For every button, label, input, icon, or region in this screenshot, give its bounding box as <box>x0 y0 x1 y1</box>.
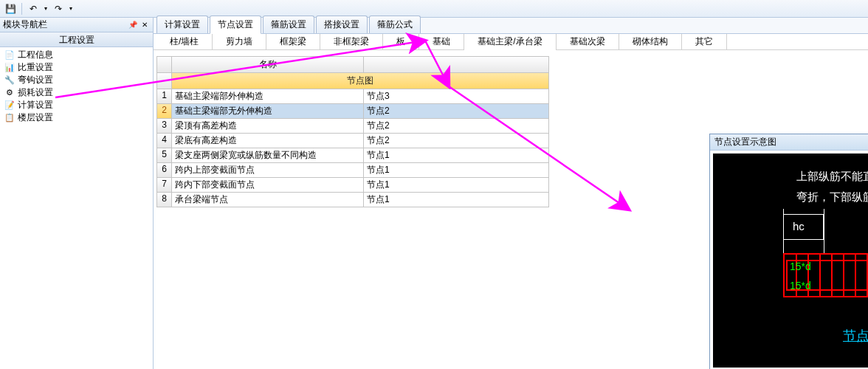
main-tabs: 计算设置节点设置箍筋设置搭接设置箍筋公式 <box>154 18 868 34</box>
sub-tab-4[interactable]: 板 <box>383 34 419 50</box>
table-row[interactable]: 8承台梁端节点节点1 <box>156 193 549 207</box>
row-name: 基础主梁端部无外伸构造 <box>172 104 364 118</box>
tree-item-0[interactable]: 📄工程信息 <box>0 49 153 61</box>
row-node: 节点2 <box>364 104 548 118</box>
table-row[interactable]: 1基础主梁端部外伸构造节点3 <box>156 89 549 104</box>
grid: 名称 节点图 1基础主梁端部外伸构造节点32基础主梁端部无外伸构造节点23梁顶有… <box>156 56 549 207</box>
diagram-hc: hc <box>793 220 805 232</box>
redo-icon[interactable]: ↷ <box>51 1 66 16</box>
left-panel: 模块导航栏 📌 ✕ 工程设置 📄工程信息📊比重设置🔧弯钩设置⚙损耗设置📝计算设置… <box>0 18 154 369</box>
tab-0[interactable]: 计算设置 <box>156 15 208 33</box>
sub-tab-5[interactable]: 基础 <box>419 34 464 50</box>
tree-item-label: 计算设置 <box>18 99 53 111</box>
top-toolbar: 💾 ↶ ▾ ↷ ▾ <box>0 0 868 18</box>
undo-icon[interactable]: ↶ <box>26 1 41 16</box>
close-icon[interactable]: ✕ <box>140 20 150 30</box>
sub-tab-0[interactable]: 柱/墙柱 <box>156 34 213 50</box>
diagram-value-1: 15*d <box>790 261 811 272</box>
tree-item-label: 损耗设置 <box>18 86 53 99</box>
row-number: 4 <box>157 134 172 148</box>
row-number: 8 <box>157 193 172 207</box>
diagram-text-2: 弯折，下部纵筋至端部弯折 <box>713 190 868 204</box>
sub-tab-6[interactable]: 基础主梁/承台梁 <box>464 34 556 50</box>
tree-item-label: 楼层设置 <box>18 111 53 124</box>
table-row[interactable]: 6跨内上部变截面节点节点1 <box>156 163 549 178</box>
sub-tab-8[interactable]: 砌体结构 <box>619 34 682 50</box>
right-panel: 计算设置节点设置箍筋设置搭接设置箍筋公式 柱/墙柱剪力墙框架梁非框架梁板基础基础… <box>154 18 868 369</box>
sub-tab-9[interactable]: 其它 <box>682 34 727 50</box>
tab-2[interactable]: 箍筋设置 <box>263 15 314 33</box>
row-node: 节点1 <box>364 163 548 177</box>
tree-item-1[interactable]: 📊比重设置 <box>0 61 153 74</box>
row-name: 梁顶有高差构造 <box>172 119 364 133</box>
table-row[interactable]: 7跨内下部变截面节点节点1 <box>156 178 549 193</box>
row-node: 节点2 <box>364 119 548 133</box>
diagram-caption[interactable]: 节点二 <box>713 327 868 345</box>
tree-item-icon: 📄 <box>4 50 15 61</box>
redo-dropdown-icon[interactable]: ▾ <box>67 1 75 16</box>
row-number: 3 <box>157 119 172 133</box>
row-node: 节点3 <box>364 89 548 103</box>
col-name[interactable]: 名称 <box>172 57 364 72</box>
tree-item-label: 比重设置 <box>18 61 53 74</box>
sub-tabs: 柱/墙柱剪力墙框架梁非框架梁板基础基础主梁/承台梁基础次梁砌体结构其它 <box>154 34 868 50</box>
row-name: 梁底有高差构造 <box>172 134 364 148</box>
row-node: 节点1 <box>364 148 548 162</box>
diagram-canvas: 上部纵筋不能直锚时至端部 弯折，下部纵筋至端部弯折 hc <box>713 154 868 368</box>
diagram-text-1: 上部纵筋不能直锚时至端部 <box>713 170 868 184</box>
tab-1[interactable]: 节点设置 <box>210 15 261 34</box>
row-number: 5 <box>157 148 172 162</box>
table-row[interactable]: 4梁底有高差构造节点2 <box>156 134 549 148</box>
tree-list: 📄工程信息📊比重设置🔧弯钩设置⚙损耗设置📝计算设置📋楼层设置 <box>0 47 153 369</box>
module-nav-header: 模块导航栏 📌 ✕ <box>0 18 153 32</box>
tree-item-2[interactable]: 🔧弯钩设置 <box>0 74 153 86</box>
sub-tab-1[interactable]: 剪力墙 <box>213 34 266 50</box>
row-name: 梁支座两侧梁宽或纵筋数量不同构造 <box>172 148 364 162</box>
sub-tab-2[interactable]: 框架梁 <box>266 34 320 50</box>
tree-item-icon: 📊 <box>4 63 15 73</box>
tree-item-3[interactable]: ⚙损耗设置 <box>0 86 153 99</box>
row-name: 跨内下部变截面节点 <box>172 178 364 192</box>
tree-item-icon: 📋 <box>4 113 15 123</box>
row-node: 节点1 <box>364 178 548 192</box>
row-name: 承台梁端节点 <box>172 193 364 207</box>
diagram-title: 节点设置示意图 <box>710 134 868 151</box>
table-row[interactable]: 3梁顶有高差构造节点2 <box>156 119 549 134</box>
diagram-value-2: 15*d <box>790 280 811 292</box>
row-number: 6 <box>157 163 172 177</box>
tree-item-label: 弯钩设置 <box>18 74 53 86</box>
save-icon[interactable]: 💾 <box>3 1 18 16</box>
grid-band: 节点图 <box>156 73 549 89</box>
tree-item-icon: 📝 <box>4 100 15 111</box>
row-node: 节点1 <box>364 193 548 207</box>
tree-item-5[interactable]: 📋楼层设置 <box>0 111 153 124</box>
tab-4[interactable]: 箍筋公式 <box>369 15 421 33</box>
tree-item-4[interactable]: 📝计算设置 <box>0 99 153 111</box>
tree-item-icon: 🔧 <box>4 75 15 86</box>
table-row[interactable]: 2基础主梁端部无外伸构造节点2 <box>156 104 549 119</box>
undo-dropdown-icon[interactable]: ▾ <box>42 1 49 16</box>
band-label: 节点图 <box>172 73 548 89</box>
diagram-panel: 节点设置示意图 上部纵筋不能直锚时至端部 弯折，下部纵筋至端部弯折 hc <box>709 134 868 369</box>
tree-item-label: 工程信息 <box>18 49 53 61</box>
grid-header: 名称 <box>156 56 549 73</box>
content-area: 名称 节点图 1基础主梁端部外伸构造节点32基础主梁端部无外伸构造节点23梁顶有… <box>154 50 868 369</box>
tab-3[interactable]: 搭接设置 <box>316 15 368 33</box>
proj-settings-header[interactable]: 工程设置 <box>0 32 153 47</box>
sub-tab-3[interactable]: 非框架梁 <box>320 34 383 50</box>
table-row[interactable]: 5梁支座两侧梁宽或纵筋数量不同构造节点1 <box>156 148 549 163</box>
row-name: 基础主梁端部外伸构造 <box>172 89 364 103</box>
row-number: 2 <box>157 104 172 118</box>
row-number: 7 <box>157 178 172 192</box>
row-name: 跨内上部变截面节点 <box>172 163 364 177</box>
row-number: 1 <box>157 89 172 103</box>
tree-item-icon: ⚙ <box>4 88 15 98</box>
module-nav-label: 模块导航栏 <box>3 18 47 31</box>
row-node: 节点2 <box>364 134 548 148</box>
sub-tab-7[interactable]: 基础次梁 <box>557 34 619 50</box>
pin-icon[interactable]: 📌 <box>128 20 138 30</box>
